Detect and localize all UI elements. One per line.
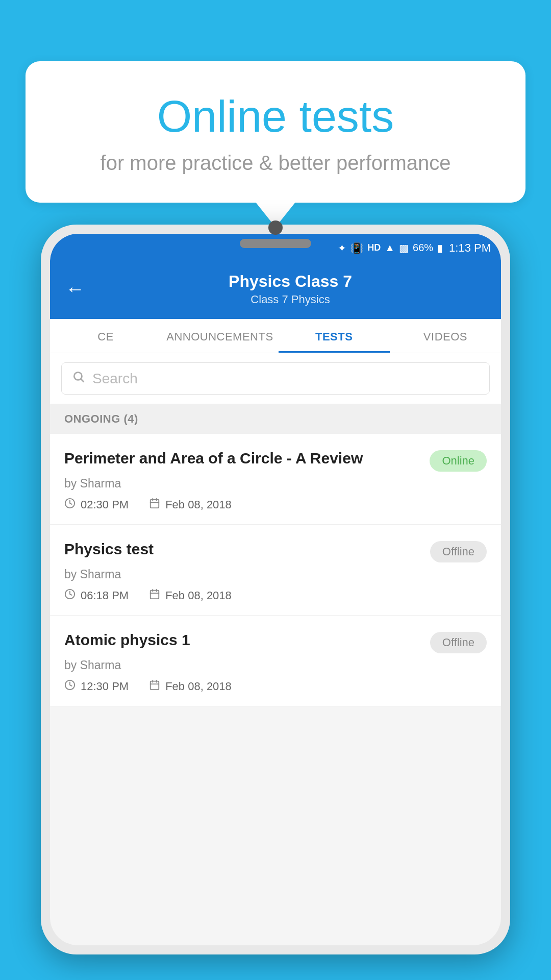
test-time: 06:18 PM: [81, 589, 129, 602]
bubble-subtitle: for more practice & better performance: [61, 152, 490, 175]
svg-line-1: [81, 379, 84, 382]
search-container: Search: [50, 353, 501, 404]
test-item-header: Physics test Offline: [64, 539, 487, 562]
svg-rect-8: [151, 591, 159, 599]
calendar-icon: [149, 498, 160, 512]
phone-camera: [240, 220, 311, 248]
back-button[interactable]: ←: [65, 278, 85, 300]
test-item[interactable]: Physics test Offline by Sharma: [50, 525, 501, 616]
time-meta: 12:30 PM: [64, 679, 129, 694]
search-bar[interactable]: Search: [61, 362, 490, 395]
header-breadcrumb: Class 7 Physics: [95, 293, 486, 306]
test-meta: 12:30 PM Feb 08, 201: [64, 679, 487, 694]
test-author: by Sharma: [64, 658, 487, 672]
test-item[interactable]: Atomic physics 1 Offline by Sharma: [50, 616, 501, 706]
date-meta: Feb 08, 2018: [149, 589, 232, 603]
vibrate-icon: 📳: [350, 242, 363, 254]
tab-videos[interactable]: VIDEOS: [390, 319, 501, 353]
test-author: by Sharma: [64, 477, 487, 491]
wifi-icon: ▲: [385, 242, 395, 254]
header-title: Physics Class 7: [95, 272, 486, 291]
test-meta: 02:30 PM Feb 08, 201: [64, 498, 487, 512]
search-placeholder: Search: [92, 371, 138, 387]
battery-label: 66%: [413, 242, 433, 254]
svg-rect-3: [151, 500, 159, 508]
calendar-icon: [149, 679, 160, 694]
search-icon: [72, 370, 85, 387]
status-badge: Offline: [430, 541, 487, 562]
speech-bubble: Online tests for more practice & better …: [26, 61, 525, 203]
date-meta: Feb 08, 2018: [149, 498, 232, 512]
test-date: Feb 08, 2018: [165, 680, 232, 693]
camera-dot: [268, 220, 283, 235]
clock-icon: [64, 498, 76, 512]
tab-announcements[interactable]: ANNOUNCEMENTS: [161, 319, 278, 353]
phone-body: ✦ 📳 HD ▲ ▩ 66% ▮ 1:13 PM ←: [41, 225, 510, 954]
ongoing-section-header: ONGOING (4): [50, 404, 501, 434]
time-meta: 02:30 PM: [64, 498, 129, 512]
status-time: 1:13 PM: [449, 241, 491, 255]
test-time: 12:30 PM: [81, 680, 129, 693]
status-badge: Offline: [430, 632, 487, 653]
test-meta: 06:18 PM Feb 08, 201: [64, 589, 487, 603]
svg-rect-13: [151, 681, 159, 690]
header-titles: Physics Class 7 Class 7 Physics: [95, 272, 486, 306]
test-list: Perimeter and Area of a Circle - A Revie…: [50, 434, 501, 706]
tab-bar: CE ANNOUNCEMENTS TESTS VIDEOS: [50, 319, 501, 353]
time-meta: 06:18 PM: [64, 589, 129, 603]
hd-icon: HD: [367, 242, 381, 253]
test-item[interactable]: Perimeter and Area of a Circle - A Revie…: [50, 434, 501, 525]
test-title: Physics test: [64, 539, 420, 560]
test-item-header: Perimeter and Area of a Circle - A Revie…: [64, 448, 487, 472]
clock-icon: [64, 679, 76, 694]
phone-screen: ✦ 📳 HD ▲ ▩ 66% ▮ 1:13 PM ←: [50, 234, 501, 945]
test-title: Perimeter and Area of a Circle - A Revie…: [64, 448, 419, 469]
test-date: Feb 08, 2018: [165, 498, 232, 511]
calendar-icon: [149, 589, 160, 603]
signal-icon: ▩: [399, 242, 409, 254]
app-header: ← Physics Class 7 Class 7 Physics: [50, 262, 501, 319]
test-date: Feb 08, 2018: [165, 589, 232, 602]
tab-tests[interactable]: TESTS: [279, 319, 390, 353]
clock-icon: [64, 589, 76, 603]
test-time: 02:30 PM: [81, 498, 129, 511]
status-icons: ✦ 📳 HD ▲ ▩ 66% ▮: [338, 242, 443, 254]
bubble-title: Online tests: [61, 92, 490, 141]
bluetooth-icon: ✦: [338, 242, 346, 254]
speaker-bar: [240, 239, 311, 248]
test-author: by Sharma: [64, 568, 487, 581]
test-item-header: Atomic physics 1 Offline: [64, 630, 487, 653]
date-meta: Feb 08, 2018: [149, 679, 232, 694]
tab-ce[interactable]: CE: [50, 319, 161, 353]
battery-icon: ▮: [437, 242, 443, 254]
phone-wrapper: ✦ 📳 HD ▲ ▩ 66% ▮ 1:13 PM ←: [41, 225, 510, 980]
test-title: Atomic physics 1: [64, 630, 420, 651]
status-badge: Online: [430, 450, 487, 472]
